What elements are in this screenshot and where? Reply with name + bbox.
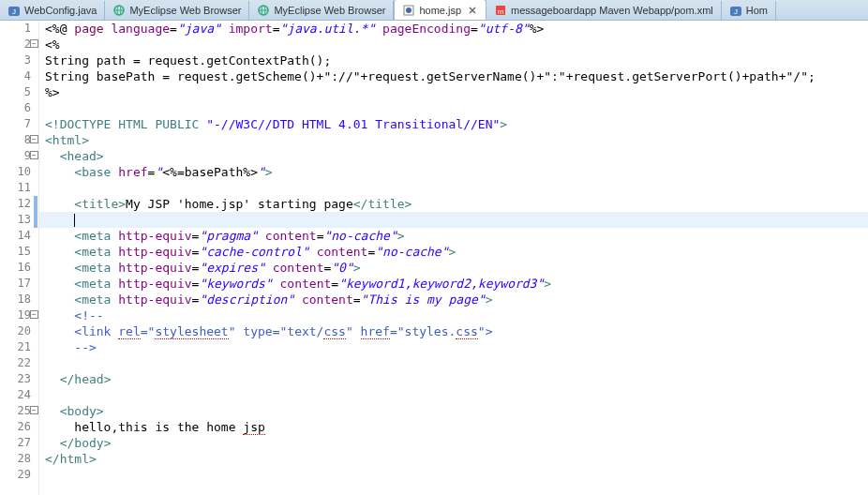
code-line[interactable]: <title>My JSP 'home.jsp' starting page</… bbox=[45, 196, 868, 212]
globe-icon bbox=[112, 4, 126, 17]
svg-text:m: m bbox=[498, 8, 504, 16]
line-number: 7 bbox=[0, 116, 31, 132]
line-number: 16 bbox=[0, 260, 31, 276]
tab-label: Hom bbox=[746, 5, 768, 16]
code-line[interactable] bbox=[45, 180, 868, 196]
line-number: 13 bbox=[0, 212, 31, 228]
tab-2[interactable]: MyEclipse Web Browser bbox=[249, 1, 394, 20]
code-line[interactable]: String path = request.getContextPath(); bbox=[45, 52, 868, 68]
code-line[interactable]: <%@ page language="java" import="java.ut… bbox=[45, 21, 868, 37]
line-number: 19− bbox=[0, 308, 31, 323]
jsp-icon bbox=[402, 4, 415, 17]
line-number: 12 bbox=[0, 196, 31, 212]
fold-toggle-icon[interactable]: − bbox=[30, 151, 38, 159]
tab-label: MyEclipse Web Browser bbox=[274, 5, 385, 16]
code-line[interactable]: </html> bbox=[45, 451, 868, 467]
code-editor[interactable]: 12−345678−9−10111213141516171819−2021222… bbox=[0, 21, 868, 495]
change-marker bbox=[34, 196, 37, 212]
code-line[interactable]: <!-- bbox=[45, 308, 868, 323]
line-number: 8− bbox=[0, 132, 31, 148]
line-number: 23 bbox=[0, 371, 31, 387]
line-number: 15 bbox=[0, 244, 31, 260]
svg-text:J: J bbox=[12, 8, 16, 16]
line-number: 6 bbox=[0, 100, 31, 116]
line-number: 3 bbox=[0, 52, 31, 68]
tab-label: MyEclipse Web Browser bbox=[129, 5, 241, 16]
code-line[interactable]: <meta http-equiv="pragma" content="no-ca… bbox=[45, 228, 868, 244]
line-number: 18 bbox=[0, 292, 31, 308]
tab-1[interactable]: MyEclipse Web Browser bbox=[105, 1, 249, 20]
code-line[interactable] bbox=[45, 467, 868, 483]
java-icon: J bbox=[729, 4, 742, 17]
tab-label: messageboardapp Maven Webapp/pom.xml bbox=[511, 5, 713, 16]
line-gutter: 12−345678−9−10111213141516171819−2021222… bbox=[0, 21, 39, 495]
code-line[interactable]: </body> bbox=[45, 435, 868, 451]
code-line[interactable]: %> bbox=[45, 84, 868, 100]
tab-0[interactable]: JWebConfig.java bbox=[0, 1, 105, 20]
line-number: 22 bbox=[0, 355, 31, 371]
line-number: 21 bbox=[0, 339, 31, 355]
java-icon: J bbox=[7, 4, 21, 17]
code-line[interactable]: hello,this is the home jsp bbox=[45, 419, 868, 435]
line-number: 29 bbox=[0, 467, 31, 483]
code-line[interactable]: --> bbox=[45, 339, 868, 355]
fold-toggle-icon[interactable]: − bbox=[30, 135, 38, 143]
code-line[interactable]: <head> bbox=[45, 148, 868, 164]
code-line[interactable]: <base href="<%=basePath%>"> bbox=[45, 164, 868, 180]
line-number: 9− bbox=[0, 148, 31, 164]
fold-toggle-icon[interactable]: − bbox=[30, 39, 38, 48]
tab-label: WebConfig.java bbox=[24, 5, 97, 16]
code-line[interactable]: </head> bbox=[45, 371, 868, 387]
change-marker bbox=[34, 212, 37, 228]
code-line[interactable]: String basePath = request.getScheme()+":… bbox=[45, 68, 868, 84]
code-line[interactable]: <meta http-equiv="expires" content="0"> bbox=[45, 260, 868, 276]
text-cursor bbox=[74, 214, 75, 227]
code-line[interactable]: <meta http-equiv="cache-control" content… bbox=[45, 244, 868, 260]
code-line[interactable] bbox=[45, 355, 868, 371]
tab-3[interactable]: home.jsp bbox=[394, 0, 486, 20]
code-line[interactable] bbox=[45, 100, 868, 116]
line-number: 26 bbox=[0, 419, 31, 435]
line-number: 20 bbox=[0, 323, 31, 339]
globe-icon bbox=[257, 4, 270, 17]
line-number: 28 bbox=[0, 451, 31, 467]
line-number: 24 bbox=[0, 387, 31, 403]
svg-text:J: J bbox=[734, 8, 738, 16]
line-number: 27 bbox=[0, 435, 31, 451]
code-line[interactable]: <html> bbox=[45, 132, 868, 148]
tab-4[interactable]: mmessageboardapp Maven Webapp/pom.xml bbox=[486, 1, 722, 20]
line-number: 11 bbox=[0, 180, 31, 196]
code-line[interactable]: <% bbox=[45, 37, 868, 52]
tab-5[interactable]: JHom bbox=[722, 1, 776, 20]
line-number: 25− bbox=[0, 403, 31, 419]
line-number: 2− bbox=[0, 37, 31, 52]
line-number: 17 bbox=[0, 276, 31, 292]
fold-toggle-icon[interactable]: − bbox=[30, 406, 38, 414]
line-number: 10 bbox=[0, 164, 31, 180]
code-area[interactable]: <%@ page language="java" import="java.ut… bbox=[39, 21, 868, 495]
fold-toggle-icon[interactable]: − bbox=[30, 310, 38, 319]
tab-label: home.jsp bbox=[419, 5, 461, 16]
code-line[interactable] bbox=[45, 387, 868, 403]
svg-point-9 bbox=[406, 8, 412, 13]
code-line[interactable]: <meta http-equiv="description" content="… bbox=[45, 292, 868, 308]
line-number: 14 bbox=[0, 228, 31, 244]
editor-tabbar: JWebConfig.javaMyEclipse Web BrowserMyEc… bbox=[0, 0, 868, 21]
close-icon[interactable] bbox=[467, 5, 478, 16]
maven-icon: m bbox=[494, 4, 507, 17]
code-line[interactable]: <body> bbox=[45, 403, 868, 419]
line-number: 1 bbox=[0, 21, 31, 37]
code-line[interactable]: <meta http-equiv="keywords" content="key… bbox=[45, 276, 868, 292]
line-number: 4 bbox=[0, 68, 31, 84]
code-line[interactable]: <!DOCTYPE HTML PUBLIC "-//W3C//DTD HTML … bbox=[45, 116, 868, 132]
line-number: 5 bbox=[0, 84, 31, 100]
code-line[interactable]: <link rel="stylesheet" type="text/css" h… bbox=[45, 323, 868, 339]
